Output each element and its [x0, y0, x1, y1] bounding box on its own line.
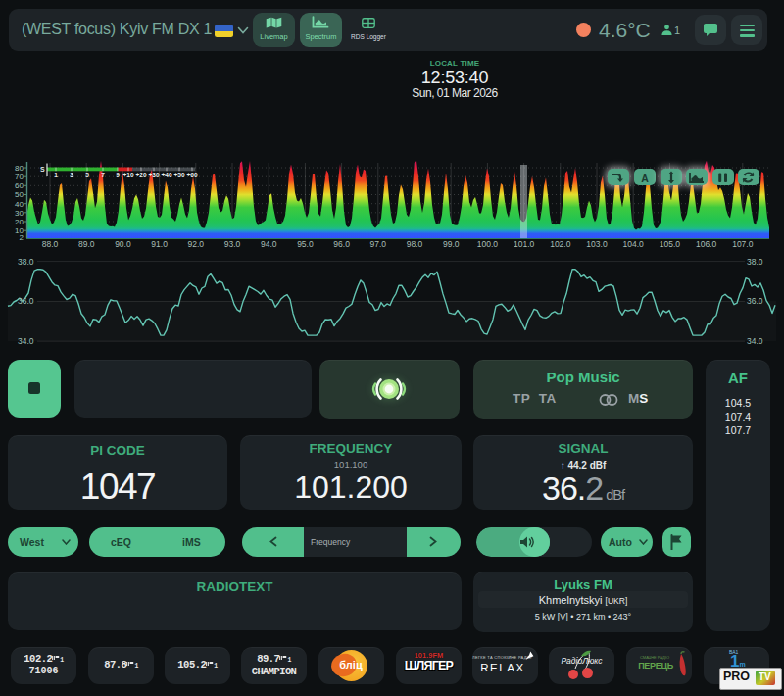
svg-text:36.0: 36.0 [747, 296, 763, 306]
svg-text:36.0: 36.0 [18, 296, 34, 306]
svg-text:34.0: 34.0 [747, 336, 763, 346]
svg-text:38.0: 38.0 [18, 257, 34, 267]
svg-text:38.0: 38.0 [747, 257, 763, 267]
svg-text:34.0: 34.0 [18, 336, 34, 346]
